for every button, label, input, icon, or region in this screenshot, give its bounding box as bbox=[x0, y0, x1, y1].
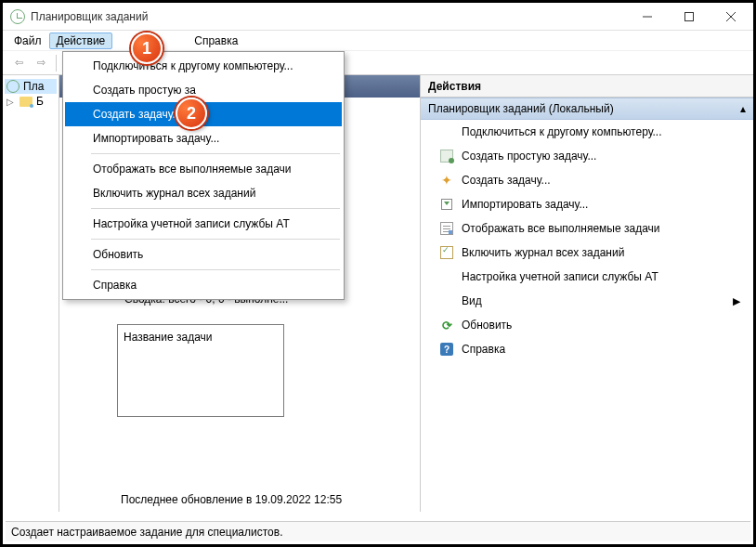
action-label: Подключиться к другому компьютеру... bbox=[462, 125, 662, 138]
minimize-button[interactable] bbox=[626, 4, 668, 30]
action-label: Создать задачу... bbox=[462, 174, 551, 187]
action-label: Обновить bbox=[462, 319, 512, 332]
menubar: Файл Действие Справка bbox=[3, 31, 753, 51]
menu-at-settings[interactable]: Настройка учетной записи службы AT bbox=[65, 212, 342, 236]
tree-root-label: Пла bbox=[23, 80, 44, 93]
forward-button[interactable]: ⇨ bbox=[31, 53, 51, 73]
action-label: Настройка учетной записи службы AT bbox=[462, 270, 658, 283]
back-button[interactable]: ⇦ bbox=[8, 53, 29, 73]
app-icon bbox=[10, 9, 25, 24]
create-simple-icon bbox=[439, 149, 454, 163]
menu-help[interactable]: Справка bbox=[187, 33, 245, 49]
task-name-header: Название задачи bbox=[124, 331, 213, 344]
action-enable-log[interactable]: Включить журнал всех заданий bbox=[421, 241, 753, 265]
action-create-task[interactable]: ✦ Создать задачу... bbox=[421, 168, 753, 192]
blank-icon bbox=[439, 124, 454, 139]
tree-root[interactable]: Пла bbox=[5, 79, 57, 94]
statusbar: Создает настраиваемое задание для специа… bbox=[6, 521, 750, 541]
action-label: Отображать все выполняемые задачи bbox=[462, 222, 660, 235]
maximize-button[interactable] bbox=[668, 4, 710, 30]
action-create-simple[interactable]: Создать простую задачу... bbox=[421, 144, 753, 168]
collapse-icon: ▴ bbox=[740, 102, 746, 115]
menu-help[interactable]: Справка bbox=[65, 273, 342, 297]
help-icon: ? bbox=[439, 342, 454, 357]
callout-badge-2: 2 bbox=[176, 98, 207, 129]
actions-group-label: Планировщик заданий (Локальный) bbox=[428, 102, 614, 115]
action-label: Справка bbox=[462, 343, 505, 356]
action-show-running[interactable]: Отображать все выполняемые задачи bbox=[421, 216, 753, 241]
action-connect[interactable]: Подключиться к другому компьютеру... bbox=[421, 120, 753, 144]
task-preview: Название задачи bbox=[117, 324, 284, 417]
separator bbox=[91, 153, 340, 154]
action-label: Создать простую задачу... bbox=[462, 150, 596, 163]
action-menu-dropdown: Подключиться к другому компьютеру... Соз… bbox=[62, 51, 345, 300]
action-help[interactable]: ? Справка bbox=[421, 337, 753, 361]
window-controls bbox=[626, 4, 751, 30]
svg-rect-1 bbox=[684, 12, 693, 20]
close-button[interactable] bbox=[710, 4, 751, 30]
refresh-icon: ⟳ bbox=[439, 318, 454, 332]
action-label: Включить журнал всех заданий bbox=[462, 246, 624, 259]
tree-library-label: Б bbox=[36, 95, 44, 108]
actions-pane: Действия Планировщик заданий (Локальный)… bbox=[421, 75, 753, 512]
actions-title: Действия bbox=[421, 75, 753, 98]
menu-enable-log[interactable]: Включить журнал всех заданий bbox=[65, 181, 342, 205]
menu-show-running[interactable]: Отображать все выполняемые задачи bbox=[65, 157, 342, 181]
blank-icon bbox=[439, 269, 454, 284]
list-icon bbox=[439, 221, 454, 236]
action-at-settings[interactable]: Настройка учетной записи службы AT bbox=[421, 265, 753, 289]
menu-file[interactable]: Файл bbox=[7, 33, 49, 49]
action-import[interactable]: Импортировать задачу... bbox=[421, 192, 753, 216]
import-icon bbox=[439, 197, 454, 212]
separator bbox=[91, 269, 340, 270]
action-view[interactable]: Вид ▶ bbox=[421, 289, 753, 313]
expand-icon[interactable]: ▷ bbox=[7, 97, 16, 107]
action-label: Вид bbox=[462, 294, 482, 307]
action-label: Импортировать задачу... bbox=[462, 198, 588, 211]
action-refresh[interactable]: ⟳ Обновить bbox=[421, 313, 753, 337]
blank-icon bbox=[439, 293, 454, 308]
tree-library[interactable]: ▷ Б bbox=[5, 94, 57, 109]
tree-pane: Пла ▷ Б bbox=[3, 75, 59, 512]
actions-group-header[interactable]: Планировщик заданий (Локальный) ▴ bbox=[421, 98, 753, 120]
status-text: Создает настраиваемое задание для специа… bbox=[11, 526, 283, 539]
chevron-right-icon: ▶ bbox=[733, 295, 740, 307]
titlebar: Планировщик заданий bbox=[3, 3, 753, 31]
callout-badge-1: 1 bbox=[131, 33, 163, 64]
separator bbox=[56, 55, 57, 72]
separator bbox=[91, 239, 340, 240]
window-title: Планировщик заданий bbox=[31, 10, 148, 23]
menu-action[interactable]: Действие bbox=[49, 33, 113, 49]
folder-icon bbox=[20, 97, 33, 107]
menu-import[interactable]: Импортировать задачу... bbox=[65, 126, 342, 150]
menu-refresh[interactable]: Обновить bbox=[65, 242, 342, 267]
menu-create-simple[interactable]: Создать простую за bbox=[65, 78, 342, 102]
enable-icon bbox=[439, 245, 454, 260]
star-icon: ✦ bbox=[439, 173, 454, 188]
menu-connect[interactable]: Подключиться к другому компьютеру... bbox=[65, 54, 342, 78]
last-update-text: Последнее обновление в 19.09.2022 12:55 bbox=[121, 493, 342, 506]
scheduler-icon bbox=[7, 80, 20, 93]
separator bbox=[91, 208, 340, 209]
